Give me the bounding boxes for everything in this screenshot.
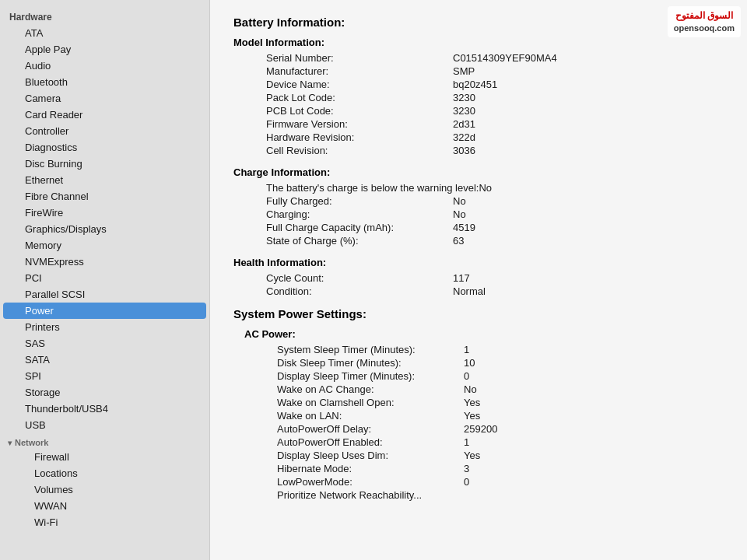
charging-label: Charging: <box>266 208 453 220</box>
chevron-down-icon: ▾ <box>8 439 12 447</box>
health-information-label: Health Information: <box>233 257 724 268</box>
lowpowermode-label: LowPowerMode: <box>277 476 464 488</box>
table-row: The battery's charge is below the warnin… <box>266 181 724 194</box>
pcb-lot-code-label: PCB Lot Code: <box>266 105 453 117</box>
watermark-line1: السوق المفتوح <box>674 9 735 23</box>
sidebar-item-wifi[interactable]: Wi-Fi <box>3 514 206 530</box>
wake-on-lan-label: Wake on LAN: <box>277 410 464 422</box>
state-of-charge-label: State of Charge (%): <box>266 235 453 247</box>
sidebar-item-firewall[interactable]: Firewall <box>3 449 206 465</box>
table-row: Hardware Revision: 322d <box>266 131 724 144</box>
charge-information-group: Charge Information: The battery's charge… <box>233 166 724 247</box>
sidebar-item-fibre-channel[interactable]: Fibre Channel <box>3 188 206 205</box>
sidebar-item-camera[interactable]: Camera <box>3 90 206 107</box>
hardware-revision-value: 322d <box>453 131 475 143</box>
autopoweroff-enabled-label: AutoPowerOff Enabled: <box>277 436 464 448</box>
full-charge-capacity-value: 4519 <box>453 222 475 233</box>
display-sleep-uses-dim-label: Display Sleep Uses Dim: <box>277 450 464 461</box>
sidebar-item-card-reader[interactable]: Card Reader <box>3 107 206 123</box>
fully-charged-value: No <box>453 195 466 207</box>
table-row: State of Charge (%): 63 <box>266 234 724 247</box>
sidebar-item-ata[interactable]: ATA <box>3 25 206 41</box>
sidebar-item-locations[interactable]: Locations <box>3 465 206 481</box>
watermark: السوق المفتوح opensooq.com <box>668 6 741 37</box>
sidebar-item-graphics-displays[interactable]: Graphics/Displays <box>3 221 206 237</box>
sidebar-item-sata[interactable]: SATA <box>3 352 206 368</box>
sidebar-item-apple-pay[interactable]: Apple Pay <box>3 41 206 58</box>
sidebar-item-controller[interactable]: Controller <box>3 123 206 139</box>
display-sleep-uses-dim-value: Yes <box>464 450 480 461</box>
autopoweroff-delay-label: AutoPowerOff Delay: <box>277 423 464 435</box>
table-row: Firmware Version: 2d31 <box>266 117 724 131</box>
ac-power-group: AC Power: System Sleep Timer (Minutes): … <box>244 328 724 502</box>
charge-information-rows: The battery's charge is below the warnin… <box>244 181 724 247</box>
model-information-group: Model Information: Serial Number: C01514… <box>233 37 724 157</box>
table-row: Hibernate Mode: 3 <box>277 462 724 475</box>
table-row: Pack Lot Code: 3230 <box>266 91 724 104</box>
table-row: Fully Charged: No <box>266 194 724 208</box>
pack-lot-code-label: Pack Lot Code: <box>266 92 453 103</box>
sidebar-item-firewire[interactable]: FireWire <box>3 205 206 221</box>
table-row: Cycle Count: 117 <box>266 271 724 285</box>
full-charge-capacity-label: Full Charge Capacity (mAh): <box>266 222 453 233</box>
table-row: Wake on Clamshell Open: Yes <box>277 396 724 409</box>
hibernate-mode-value: 3 <box>464 463 469 474</box>
display-sleep-timer-value: 0 <box>464 370 469 382</box>
sidebar-item-wwan[interactable]: WWAN <box>3 498 206 514</box>
table-row: Display Sleep Uses Dim: Yes <box>277 449 724 462</box>
sidebar-item-nvmexpress[interactable]: NVMExpress <box>3 254 206 270</box>
cell-revision-value: 3036 <box>453 145 475 156</box>
ac-power-rows: System Sleep Timer (Minutes): 1 Disk Sle… <box>255 343 724 502</box>
wake-on-clamshell-open-label: Wake on Clamshell Open: <box>277 397 464 408</box>
sidebar-group-network[interactable]: ▾ Network <box>0 433 209 449</box>
cycle-count-value: 117 <box>453 272 470 284</box>
disk-sleep-timer-label: Disk Sleep Timer (Minutes): <box>277 357 464 369</box>
table-row: Full Charge Capacity (mAh): 4519 <box>266 221 724 234</box>
battery-warning-label: The battery's charge is below the warnin… <box>266 182 479 194</box>
table-row: Manufacturer: SMP <box>266 65 724 78</box>
sidebar-item-diagnostics[interactable]: Diagnostics <box>3 139 206 156</box>
sidebar-item-bluetooth[interactable]: Bluetooth <box>3 74 206 90</box>
sidebar-item-parallel-scsi[interactable]: Parallel SCSI <box>3 286 206 303</box>
sidebar-item-thunderbolt-usb4[interactable]: Thunderbolt/USB4 <box>3 401 206 417</box>
system-power-title: System Power Settings: <box>233 307 724 320</box>
table-row: System Sleep Timer (Minutes): 1 <box>277 343 724 356</box>
model-information-rows: Serial Number: C01514309YEF90MA4 Manufac… <box>244 51 724 157</box>
system-power-group: System Power Settings: AC Power: System … <box>233 307 724 502</box>
table-row: Condition: Normal <box>266 285 724 298</box>
sidebar-item-disc-burning[interactable]: Disc Burning <box>3 156 206 172</box>
state-of-charge-value: 63 <box>453 235 464 247</box>
cycle-count-label: Cycle Count: <box>266 272 453 284</box>
fully-charged-label: Fully Charged: <box>266 195 453 207</box>
sidebar-item-usb[interactable]: USB <box>3 417 206 433</box>
sidebar-item-ethernet[interactable]: Ethernet <box>3 172 206 188</box>
lowpowermode-value: 0 <box>464 476 469 488</box>
sidebar-item-memory[interactable]: Memory <box>3 237 206 254</box>
manufacturer-label: Manufacturer: <box>266 65 453 77</box>
table-row: Prioritize Network Reachability... <box>277 488 724 502</box>
firmware-version-label: Firmware Version: <box>266 118 453 130</box>
charging-value: No <box>453 208 466 220</box>
table-row: AutoPowerOff Enabled: 1 <box>277 436 724 449</box>
hibernate-mode-label: Hibernate Mode: <box>277 463 464 474</box>
sidebar-item-storage[interactable]: Storage <box>3 384 206 401</box>
sidebar-section-hardware: Hardware <box>3 9 206 25</box>
sidebar-item-sas[interactable]: SAS <box>3 335 206 352</box>
sidebar-item-spi[interactable]: SPI <box>3 368 206 384</box>
serial-number-label: Serial Number: <box>266 52 453 64</box>
autopoweroff-delay-value: 259200 <box>464 423 497 435</box>
sidebar-item-volumes[interactable]: Volumes <box>3 481 206 498</box>
pcb-lot-code-value: 3230 <box>453 105 475 117</box>
sidebar-item-pci[interactable]: PCI <box>3 270 206 286</box>
sidebar-item-printers[interactable]: Printers <box>3 319 206 335</box>
table-row: Display Sleep Timer (Minutes): 0 <box>277 369 724 383</box>
page-title: Battery Information: <box>233 16 724 29</box>
model-information-label: Model Information: <box>233 37 724 48</box>
cell-revision-label: Cell Revision: <box>266 145 453 156</box>
sidebar-item-audio[interactable]: Audio <box>3 58 206 74</box>
system-sleep-timer-label: System Sleep Timer (Minutes): <box>277 344 464 355</box>
pack-lot-code-value: 3230 <box>453 92 475 103</box>
wake-on-clamshell-open-value: Yes <box>464 397 480 408</box>
sidebar-item-power[interactable]: Power <box>3 303 206 319</box>
sidebar: Hardware ATA Apple Pay Audio Bluetooth C… <box>0 0 210 560</box>
